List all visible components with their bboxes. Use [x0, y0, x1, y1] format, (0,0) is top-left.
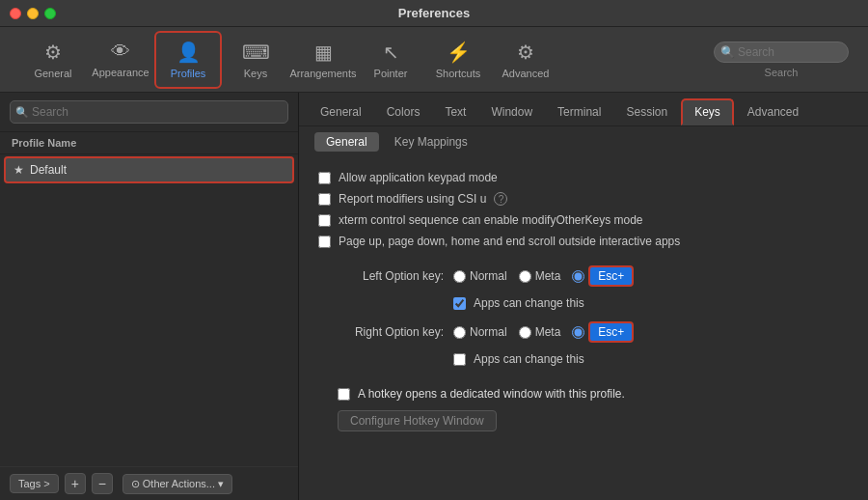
right-option-esc[interactable]: Esc+: [572, 321, 634, 343]
sidebar-list: ★ Default: [0, 154, 298, 466]
tab-text[interactable]: Text: [433, 100, 477, 124]
sidebar: 🔍 Profile Name ★ Default Tags > + − ⊙ Ot…: [0, 93, 299, 500]
left-option-apps-change-label: Apps can change this: [474, 296, 584, 310]
profiles-icon: 👤: [176, 41, 201, 64]
help-icon-modifiers[interactable]: ?: [494, 192, 507, 206]
hotkey-row: A hotkey opens a dedicated window with t…: [338, 387, 849, 401]
checkbox-keypad-input[interactable]: [318, 172, 331, 184]
toolbar-item-shortcuts[interactable]: ⚡ Shortcuts: [424, 31, 492, 89]
left-option-normal-radio[interactable]: [453, 270, 466, 283]
left-option-meta-radio[interactable]: [519, 270, 531, 283]
close-button[interactable]: [10, 8, 21, 19]
right-option-meta-label: Meta: [535, 325, 561, 339]
toolbar-label-appearance: Appearance: [92, 67, 149, 78]
left-option-esc[interactable]: Esc+: [572, 265, 634, 287]
right-option-key-label: Right Option key:: [318, 325, 444, 339]
sidebar-footer: Tags > + − ⊙ Other Actions... ▾: [0, 466, 298, 500]
right-option-meta-radio[interactable]: [519, 326, 531, 339]
tab2-key-mappings[interactable]: Key Mappings: [383, 132, 479, 152]
tab2-general[interactable]: General: [314, 132, 379, 152]
other-actions-dropdown-icon: ▾: [218, 478, 224, 490]
toolbar: ⚙ General 👁 Appearance 👤 Profiles ⌨ Keys…: [0, 27, 868, 93]
toolbar-item-keys[interactable]: ⌨ Keys: [222, 31, 289, 89]
toolbar-item-appearance[interactable]: 👁 Appearance: [87, 31, 154, 89]
other-actions-label: ⊙ Other Actions...: [131, 478, 215, 490]
toolbar-search-icon: 🔍: [720, 45, 735, 59]
right-option-normal[interactable]: Normal: [453, 325, 507, 339]
left-option-apps-change-checkbox[interactable]: [453, 297, 466, 310]
tab-advanced[interactable]: Advanced: [736, 100, 810, 124]
checkbox-modifiers: Report modifiers using CSI u ?: [318, 192, 849, 206]
right-option-esc-button[interactable]: Esc+: [588, 321, 634, 343]
sidebar-search-icon: 🔍: [15, 106, 29, 119]
tab-colors[interactable]: Colors: [375, 100, 432, 124]
left-option-key-label: Left Option key:: [318, 269, 444, 283]
tags-button[interactable]: Tags >: [10, 474, 59, 493]
checkbox-xterm-input[interactable]: [318, 214, 331, 227]
right-option-meta[interactable]: Meta: [519, 325, 561, 339]
toolbar-label-arrangements: Arrangements: [289, 68, 356, 79]
sidebar-search-area: 🔍: [0, 93, 298, 132]
content-body: Allow application keypad mode Report mod…: [299, 157, 868, 500]
checkbox-modifiers-label: Report modifiers using CSI u: [339, 192, 486, 206]
minimize-button[interactable]: [27, 8, 39, 19]
tab-terminal[interactable]: Terminal: [546, 100, 612, 124]
right-option-key-row: Right Option key: Normal Meta Esc+: [318, 321, 849, 343]
window-controls[interactable]: [10, 8, 56, 19]
right-option-apps-change-label: Apps can change this: [474, 352, 584, 366]
configure-hotkey-button[interactable]: Configure Hotkey Window: [338, 410, 497, 431]
left-option-radio-group: Normal Meta Esc+: [453, 265, 634, 287]
advanced-icon: ⚙: [517, 41, 534, 64]
tab-bar-secondary: General Key Mappings: [299, 126, 868, 157]
other-actions-button[interactable]: ⊙ Other Actions... ▾: [122, 474, 232, 494]
right-option-apps-change-checkbox[interactable]: [453, 353, 466, 366]
content-area: General Colors Text Window Terminal Sess…: [299, 93, 868, 500]
sidebar-profile-default[interactable]: ★ Default: [4, 156, 294, 183]
add-profile-button[interactable]: +: [65, 473, 86, 494]
checkbox-xterm: xterm control sequence can enable modify…: [318, 213, 849, 227]
arrangements-icon: ▦: [314, 41, 333, 64]
checkbox-pageup-input[interactable]: [318, 236, 331, 248]
left-option-normal[interactable]: Normal: [453, 269, 507, 283]
toolbar-label-profiles: Profiles: [171, 68, 206, 79]
appearance-icon: 👁: [111, 41, 130, 63]
tab-keys[interactable]: Keys: [681, 98, 734, 125]
toolbar-label-general: General: [34, 68, 71, 79]
tab-general[interactable]: General: [309, 100, 373, 124]
titlebar: Preferences: [0, 0, 868, 27]
checkbox-keypad: Allow application keypad mode: [318, 171, 849, 184]
tab-window[interactable]: Window: [479, 100, 544, 124]
left-option-meta[interactable]: Meta: [519, 269, 561, 283]
checkbox-pageup-label: Page up, page down, home and end scroll …: [339, 235, 680, 248]
toolbar-item-arrangements[interactable]: ▦ Arrangements: [289, 31, 357, 89]
toolbar-item-advanced[interactable]: ⚙ Advanced: [492, 31, 559, 89]
left-option-esc-radio[interactable]: [572, 270, 584, 283]
toolbar-item-pointer[interactable]: ↖ Pointer: [357, 31, 424, 89]
toolbar-search-wrapper: 🔍: [714, 42, 849, 63]
sidebar-search-input[interactable]: [10, 100, 288, 124]
main-layout: 🔍 Profile Name ★ Default Tags > + − ⊙ Ot…: [0, 93, 868, 500]
toolbar-search-area: 🔍 Search: [714, 42, 849, 78]
right-option-radio-group: Normal Meta Esc+: [453, 321, 634, 343]
left-option-esc-button[interactable]: Esc+: [588, 265, 634, 287]
checkbox-modifiers-input[interactable]: [318, 193, 331, 206]
toolbar-label-advanced: Advanced: [502, 68, 550, 79]
profile-name-default: Default: [30, 163, 67, 177]
general-icon: ⚙: [44, 41, 62, 64]
toolbar-label-shortcuts: Shortcuts: [436, 68, 480, 79]
toolbar-item-general[interactable]: ⚙ General: [19, 31, 87, 89]
hotkey-checkbox[interactable]: [338, 388, 350, 401]
remove-profile-button[interactable]: −: [92, 473, 113, 494]
keys-icon: ⌨: [242, 41, 270, 64]
right-option-esc-radio[interactable]: [572, 326, 584, 339]
toolbar-item-profiles[interactable]: 👤 Profiles: [154, 31, 222, 89]
right-option-apps-change-row: Apps can change this: [453, 352, 849, 366]
pointer-icon: ↖: [383, 41, 399, 64]
checkbox-xterm-label: xterm control sequence can enable modify…: [339, 213, 643, 227]
right-option-normal-radio[interactable]: [453, 326, 466, 339]
checkbox-pageup: Page up, page down, home and end scroll …: [318, 235, 849, 248]
maximize-button[interactable]: [44, 8, 56, 19]
shortcuts-icon: ⚡: [447, 41, 471, 64]
tab-bar-primary: General Colors Text Window Terminal Sess…: [299, 93, 868, 126]
tab-session[interactable]: Session: [614, 100, 679, 124]
